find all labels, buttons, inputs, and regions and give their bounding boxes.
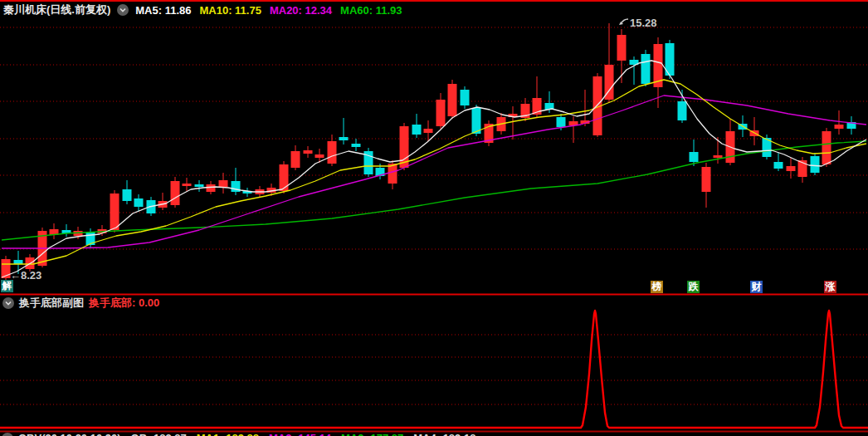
hot-link-badge[interactable]: 解 bbox=[1, 280, 13, 292]
candle-body bbox=[617, 35, 627, 61]
obv-status-row-clipped: OBV(30,10,20,10,90)OB: 183.87MA1: 183.88… bbox=[2, 432, 485, 436]
peak-arrow-icon bbox=[618, 17, 630, 28]
candle-body bbox=[134, 198, 144, 207]
ma10-line bbox=[2, 80, 866, 264]
candle-body bbox=[436, 100, 446, 126]
candle-body bbox=[328, 141, 337, 164]
stock-title: 秦川机床(日线.前复权) bbox=[3, 2, 110, 17]
candle-body bbox=[280, 164, 289, 191]
hot-link-badge[interactable]: 财 bbox=[750, 281, 763, 293]
kline-chart-canvas[interactable] bbox=[0, 0, 868, 436]
candle-body bbox=[171, 181, 180, 205]
obv-values: OBV(30,10,20,10,90)OB: 183.87MA1: 183.88… bbox=[18, 432, 485, 436]
turnover-bottom-spike-line bbox=[0, 311, 868, 428]
obv-value-label: MA4: 183.18 bbox=[413, 432, 475, 436]
candle-body bbox=[110, 194, 119, 230]
chevron-down-icon[interactable] bbox=[2, 433, 13, 436]
chevron-down-icon[interactable] bbox=[117, 4, 129, 16]
candle-body bbox=[219, 180, 228, 187]
candle-body bbox=[835, 125, 844, 129]
ma-label: MA10: 11.75 bbox=[199, 4, 261, 17]
candle-body bbox=[123, 189, 132, 201]
ma20-line bbox=[2, 96, 866, 248]
ma-label: MA60: 11.93 bbox=[340, 4, 402, 17]
candle-body bbox=[448, 84, 457, 116]
peak-price-annotation: 15.28 bbox=[618, 17, 657, 29]
obv-value-label: MA2: 145.14 bbox=[269, 432, 331, 436]
candle-body bbox=[690, 152, 699, 162]
sub-indicator-value: 换手底部: 0.00 bbox=[89, 296, 159, 311]
candle-body bbox=[774, 162, 783, 169]
candle-body bbox=[641, 54, 651, 84]
chevron-down-icon[interactable] bbox=[2, 297, 14, 309]
candle-body bbox=[424, 129, 433, 133]
hot-link-badge[interactable]: 榜 bbox=[651, 281, 663, 293]
obv-value-label: MA1: 183.88 bbox=[197, 432, 259, 436]
obv-value-label: MA3: 177.87 bbox=[341, 432, 403, 436]
ma-label: MA20: 12.34 bbox=[270, 4, 332, 17]
candle-body bbox=[352, 144, 361, 147]
candle-body bbox=[811, 156, 820, 173]
candle-body bbox=[714, 155, 723, 158]
sub-indicator-title: 换手底部副图 bbox=[19, 296, 84, 311]
candle-body bbox=[315, 154, 324, 158]
candle-body bbox=[412, 125, 422, 135]
ma-label: MA5: 11.86 bbox=[135, 4, 191, 17]
candle-body bbox=[14, 260, 23, 264]
candle-body bbox=[195, 184, 204, 187]
candle-body bbox=[304, 150, 313, 154]
low-price-annotation: ←8.23 bbox=[10, 269, 41, 282]
ma-legend: MA5: 11.86MA10: 11.75MA20: 12.34MA60: 11… bbox=[135, 4, 410, 17]
trading-app-window: 秦川机床(日线.前复权) MA5: 11.86MA10: 11.75MA20: … bbox=[0, 0, 868, 436]
candle-body bbox=[183, 184, 192, 186]
candle-body bbox=[291, 151, 300, 168]
obv-value-label: OB: 183.87 bbox=[131, 432, 187, 436]
sub-chart-header: 换手底部副图 换手底部: 0.00 bbox=[2, 296, 159, 311]
candle-body bbox=[461, 90, 470, 105]
hot-link-badge[interactable]: 涨 bbox=[824, 281, 836, 293]
candle-body bbox=[207, 184, 216, 192]
candle-body bbox=[339, 137, 349, 140]
candle-body bbox=[787, 166, 796, 171]
candle-body bbox=[702, 167, 711, 192]
obv-value-label: OBV(30,10,20,10,90) bbox=[18, 432, 121, 436]
candle-body bbox=[822, 131, 831, 164]
main-chart-header: 秦川机床(日线.前复权) MA5: 11.86MA10: 11.75MA20: … bbox=[3, 2, 411, 17]
candle-body bbox=[678, 101, 687, 120]
hot-link-badge[interactable]: 跌 bbox=[687, 281, 700, 293]
candle-body bbox=[557, 117, 566, 127]
